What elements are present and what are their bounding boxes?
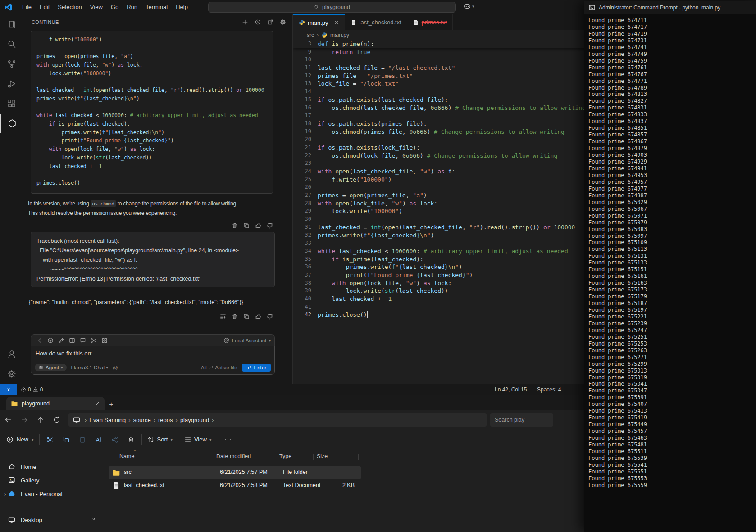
chat-button[interactable] (78, 336, 88, 346)
back-button[interactable] (0, 413, 16, 427)
grid-button[interactable] (100, 336, 109, 346)
menu-help[interactable]: Help (172, 4, 192, 10)
new-button[interactable]: New ▾ (6, 436, 34, 443)
manage-button[interactable] (0, 364, 23, 384)
activity-source-control[interactable] (0, 54, 23, 74)
command-prompt-window[interactable]: Administrator: Command Prompt - python m… (584, 1, 756, 532)
cursor-position[interactable]: Ln 42, Col 15 (495, 384, 527, 395)
sidebar-item-home[interactable]: Home (5, 460, 99, 473)
python-icon (299, 19, 305, 26)
ext-button[interactable] (265, 17, 275, 27)
chat-input-toolbar: Local Assistant ▾ (31, 334, 275, 346)
address-bar[interactable]: ›Evan Sanning›source›repos›playground› (68, 413, 487, 427)
new-tab-button[interactable]: + (105, 397, 118, 410)
breadcrumb-playground[interactable]: playground (180, 417, 209, 423)
sidebar-item-desktop[interactable]: Desktop (5, 513, 99, 527)
pencil-button[interactable] (56, 336, 66, 346)
trash-button[interactable] (230, 221, 240, 231)
activity-run-debug[interactable] (0, 74, 23, 94)
chat-input[interactable]: How do we fix this err Agent ▾ Llama3.1 … (31, 346, 275, 375)
line-number: 39 (293, 287, 311, 295)
indentation-setting[interactable]: Spaces: 4 (537, 384, 561, 395)
gear-button[interactable] (278, 17, 288, 27)
problems-indicator[interactable]: 0 0 (21, 384, 43, 395)
sidebar-item-gallery[interactable]: Gallery (5, 473, 99, 487)
view-button[interactable]: View ▾ (184, 436, 211, 443)
copilot-button[interactable]: ▾ (463, 2, 474, 10)
copy-button[interactable] (241, 312, 251, 322)
activity-search[interactable] (0, 34, 23, 54)
tab-main.py[interactable]: main.py (293, 14, 345, 30)
command-center-search[interactable]: playground (208, 2, 456, 13)
sidebar-item-evan---personal[interactable]: ›Evan - Personal (5, 487, 99, 500)
scis-button[interactable] (45, 435, 55, 445)
remote-indicator[interactable] (0, 384, 17, 395)
sort-button[interactable]: Sort ▾ (147, 436, 173, 443)
add-button[interactable] (240, 17, 250, 27)
close-icon[interactable] (95, 401, 100, 406)
grid-icon (101, 337, 108, 344)
close-icon[interactable] (334, 20, 339, 25)
file-row-last_checked.txt[interactable]: last_checked.txt6/21/2025 7:58 PMText Do… (109, 479, 361, 492)
copy-button[interactable] (241, 221, 251, 231)
menu-go[interactable]: Go (107, 4, 123, 10)
thumbup-button[interactable] (253, 312, 263, 322)
box-button[interactable] (46, 336, 55, 346)
up-button[interactable] (32, 413, 49, 427)
tab-last_checked.txt[interactable]: last_checked.txt (345, 14, 407, 30)
enter-button[interactable]: Enter (242, 364, 271, 372)
thumbup-button[interactable] (253, 221, 263, 231)
cols-button[interactable] (67, 336, 77, 346)
chevron-down-icon: ▾ (32, 437, 34, 442)
breadcrumb-repos[interactable]: repos (158, 417, 173, 423)
copy-button[interactable] (61, 435, 71, 445)
chevron-right-icon[interactable]: › (4, 491, 9, 497)
scis-icon (91, 337, 97, 344)
terminal-line: Found prime 675271 (588, 354, 756, 361)
terminal-line: Found prime 674771 (588, 78, 756, 85)
share-button[interactable] (110, 435, 120, 445)
tab-primes.txt[interactable]: primes.txt (407, 14, 453, 30)
scis-button[interactable] (89, 336, 99, 346)
menu-terminal[interactable]: Terminal (141, 4, 172, 10)
chevL-button[interactable] (35, 336, 45, 346)
menu-file[interactable]: File (18, 4, 36, 10)
menu-view[interactable]: View (86, 4, 107, 10)
trash-button[interactable] (230, 312, 240, 322)
return-key-icon (208, 365, 214, 370)
terminal-line: Found prime 675481 (588, 441, 756, 448)
mode-selector[interactable]: Agent ▾ (35, 364, 67, 371)
activity-continue[interactable] (0, 114, 23, 133)
more-options-button[interactable] (223, 435, 233, 445)
explorer-search-input[interactable]: Search play (490, 413, 553, 427)
file-row-src[interactable]: src6/21/2025 7:57 PMFile folder (109, 466, 361, 479)
activity-explorer[interactable] (0, 14, 23, 34)
terminal-line: Found prime 675253 (588, 341, 756, 347)
paste-button[interactable] (77, 435, 87, 445)
menu-edit[interactable]: Edit (36, 4, 54, 10)
accounts-button[interactable] (0, 344, 23, 364)
column-type[interactable]: Type (279, 453, 291, 459)
forward-button[interactable] (16, 413, 32, 427)
rename-button[interactable] (94, 435, 104, 445)
assistant-code-block[interactable]: f.write("100000") primes = open(primes_f… (31, 31, 273, 194)
history-button[interactable] (253, 17, 263, 27)
menu-run[interactable]: Run (123, 4, 141, 10)
column-date-modified[interactable]: Date modified (216, 453, 251, 459)
explorer-tab[interactable]: playground (6, 397, 105, 410)
add-icon (242, 19, 248, 25)
trash-button[interactable] (126, 435, 136, 445)
assistant-selector[interactable]: Local Assistant ▾ (223, 337, 271, 344)
mention-button[interactable]: @ (113, 365, 118, 370)
refresh-button[interactable] (49, 413, 65, 427)
breadcrumb-source[interactable]: source (133, 417, 151, 423)
column-name[interactable]: Name (119, 453, 134, 459)
thumbdown-button[interactable] (265, 221, 275, 231)
thumbdown-button[interactable] (265, 312, 275, 322)
breadcrumb-evan-sanning[interactable]: Evan Sanning (89, 417, 126, 423)
column-size[interactable]: Size (317, 453, 328, 459)
model-selector[interactable]: Llama3.1 Chat ▾ (71, 365, 108, 370)
insert-button[interactable] (218, 312, 228, 322)
activity-extensions[interactable] (0, 94, 23, 114)
menu-selection[interactable]: Selection (54, 4, 86, 10)
